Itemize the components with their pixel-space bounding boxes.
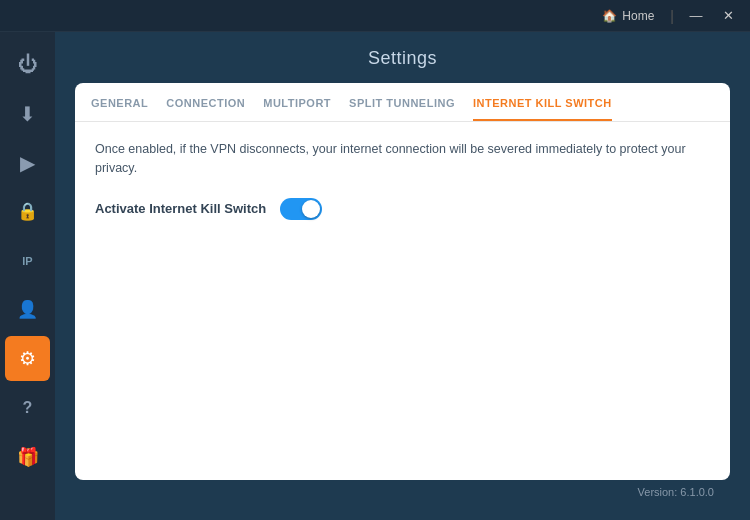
sidebar-item-gift[interactable]: 🎁 — [5, 434, 50, 479]
account-icon: 👤 — [17, 299, 38, 320]
kill-switch-toggle[interactable] — [280, 198, 322, 220]
lock-icon: 🔒 — [17, 201, 38, 222]
toggle-row: Activate Internet Kill Switch — [95, 198, 710, 220]
play-icon: ▶ — [20, 151, 35, 175]
close-button[interactable]: ✕ — [714, 5, 742, 27]
tab-connection[interactable]: CONNECTION — [166, 97, 245, 121]
title-bar-controls: 🏠 Home | — ✕ — [594, 5, 742, 27]
toggle-label: Activate Internet Kill Switch — [95, 201, 266, 216]
page-title: Settings — [75, 48, 730, 69]
kill-switch-content: Once enabled, if the VPN disconnects, yo… — [75, 122, 730, 480]
home-icon: 🏠 — [602, 9, 617, 23]
download-icon: ⬇ — [19, 102, 36, 126]
home-label: Home — [622, 9, 654, 23]
kill-switch-description: Once enabled, if the VPN disconnects, yo… — [95, 140, 710, 178]
version-label: Version: 6.1.0.0 — [638, 486, 714, 498]
tabs-bar: GENERAL CONNECTION MULTIPORT SPLIT TUNNE… — [75, 83, 730, 122]
toggle-knob — [302, 200, 320, 218]
home-button[interactable]: 🏠 Home — [594, 6, 662, 26]
toggle-track — [280, 198, 322, 220]
sidebar-item-account[interactable]: 👤 — [5, 287, 50, 332]
settings-icon: ⚙ — [19, 347, 36, 370]
title-bar: 🏠 Home | — ✕ — [0, 0, 750, 32]
power-icon: ⏻ — [18, 53, 38, 76]
sidebar: ⏻ ⬇ ▶ 🔒 IP 👤 ⚙ ? 🎁 — [0, 32, 55, 520]
minimize-button[interactable]: — — [682, 5, 710, 27]
version-bar: Version: 6.1.0.0 — [75, 480, 730, 504]
sidebar-item-ip[interactable]: IP — [5, 238, 50, 283]
gift-icon: 🎁 — [17, 446, 39, 468]
content-area: Settings GENERAL CONNECTION MULTIPORT SP… — [55, 32, 750, 520]
tab-split-tunneling[interactable]: SPLIT TUNNELING — [349, 97, 455, 121]
ip-icon: IP — [22, 255, 32, 267]
help-icon: ? — [23, 399, 33, 417]
sidebar-item-download[interactable]: ⬇ — [5, 91, 50, 136]
sidebar-item-settings[interactable]: ⚙ — [5, 336, 50, 381]
tab-kill-switch[interactable]: INTERNET KILL SWITCH — [473, 97, 612, 121]
sidebar-item-connect[interactable]: ▶ — [5, 140, 50, 185]
sidebar-item-lock[interactable]: 🔒 — [5, 189, 50, 234]
sidebar-item-power[interactable]: ⏻ — [5, 42, 50, 87]
settings-card: GENERAL CONNECTION MULTIPORT SPLIT TUNNE… — [75, 83, 730, 480]
main-layout: ⏻ ⬇ ▶ 🔒 IP 👤 ⚙ ? 🎁 Settings — [0, 32, 750, 520]
tab-general[interactable]: GENERAL — [91, 97, 148, 121]
sidebar-item-help[interactable]: ? — [5, 385, 50, 430]
divider: | — [670, 8, 674, 24]
tab-multiport[interactable]: MULTIPORT — [263, 97, 331, 121]
